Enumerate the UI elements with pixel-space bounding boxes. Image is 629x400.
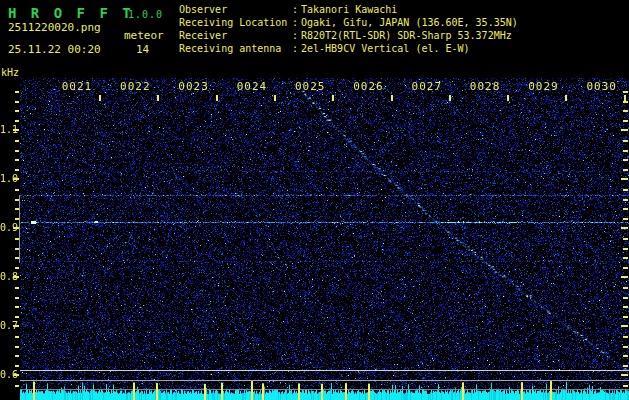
y-major-tick	[13, 374, 19, 376]
y-minor-tick	[15, 140, 19, 142]
y-major-tick	[13, 325, 19, 327]
y-minor-tick-right	[623, 189, 628, 191]
y-minor-tick	[15, 208, 19, 210]
y-minor-tick	[15, 267, 19, 269]
x-minute-tick	[216, 95, 218, 101]
x-tick-label: 0029	[527, 81, 559, 92]
y-major-tick	[13, 129, 19, 131]
y-minor-tick	[15, 248, 19, 250]
x-minute-tick	[274, 95, 276, 101]
x-minute-tick	[624, 95, 626, 101]
y-minor-tick	[15, 355, 19, 357]
y-minor-tick	[15, 169, 19, 171]
y-major-tick	[13, 276, 19, 278]
y-major-tick	[13, 227, 19, 229]
x-tick-label: 0027	[411, 81, 443, 92]
y-minor-tick-right	[623, 287, 628, 289]
y-minor-tick-right	[623, 110, 628, 112]
y-minor-tick	[15, 385, 19, 387]
x-minute-tick	[99, 95, 101, 101]
y-major-tick-right	[621, 129, 628, 131]
y-minor-tick	[15, 91, 19, 93]
y-minor-tick-right	[623, 150, 628, 152]
x-minute-tick	[507, 95, 509, 101]
y-major-tick-right	[621, 374, 628, 376]
y-minor-tick-right	[623, 385, 628, 387]
y-minor-tick-right	[623, 218, 628, 220]
x-minute-tick	[157, 95, 159, 101]
x-minute-tick	[332, 95, 334, 101]
y-minor-tick	[15, 297, 19, 299]
x-tick-label: 0026	[353, 81, 385, 92]
y-minor-tick-right	[623, 248, 628, 250]
y-minor-tick-right	[623, 169, 628, 171]
y-minor-tick-right	[623, 316, 628, 318]
y-minor-tick	[15, 316, 19, 318]
y-minor-tick	[15, 306, 19, 308]
y-minor-tick-right	[623, 91, 628, 93]
x-tick-label: 0030	[586, 81, 618, 92]
y-major-tick	[13, 178, 19, 180]
y-minor-tick-right	[623, 257, 628, 259]
x-minute-tick	[391, 95, 393, 101]
y-minor-tick	[15, 101, 19, 103]
y-minor-tick	[15, 150, 19, 152]
y-minor-tick	[15, 159, 19, 161]
y-major-tick-right	[621, 276, 628, 278]
y-minor-tick-right	[623, 346, 628, 348]
y-minor-tick	[15, 120, 19, 122]
x-tick-label: 0025	[294, 81, 326, 92]
x-minute-tick	[565, 95, 567, 101]
y-minor-tick-right	[623, 140, 628, 142]
y-minor-tick-right	[623, 355, 628, 357]
y-minor-tick	[15, 238, 19, 240]
y-minor-tick	[15, 218, 19, 220]
y-minor-tick	[15, 110, 19, 112]
y-minor-tick	[15, 365, 19, 367]
y-minor-tick-right	[623, 159, 628, 161]
y-minor-tick-right	[623, 336, 628, 338]
y-minor-tick-right	[623, 306, 628, 308]
y-minor-tick	[15, 199, 19, 201]
y-minor-tick-right	[623, 120, 628, 122]
y-minor-tick-right	[623, 365, 628, 367]
x-tick-label: 0022	[119, 81, 151, 92]
y-minor-tick-right	[623, 297, 628, 299]
y-minor-tick	[15, 257, 19, 259]
y-major-tick-right	[621, 227, 628, 229]
x-tick-label: 0021	[61, 81, 93, 92]
y-minor-tick-right	[623, 199, 628, 201]
x-minute-tick	[449, 95, 451, 101]
y-minor-tick	[15, 346, 19, 348]
y-minor-tick-right	[623, 238, 628, 240]
y-minor-tick	[15, 189, 19, 191]
x-tick-label: 0028	[469, 81, 501, 92]
y-minor-tick-right	[623, 267, 628, 269]
y-minor-tick-right	[623, 208, 628, 210]
x-tick-label: 0024	[236, 81, 268, 92]
y-minor-tick	[15, 287, 19, 289]
y-minor-tick	[15, 336, 19, 338]
axes-overlay: 1.11.00.90.80.70.60021002200230024002500…	[0, 0, 629, 400]
x-tick-label: 0023	[178, 81, 210, 92]
y-major-tick-right	[621, 325, 628, 327]
hrofft-window: H R O F F T 1.0.0 2511220020.png meteor …	[0, 0, 629, 400]
y-major-tick-right	[621, 178, 628, 180]
